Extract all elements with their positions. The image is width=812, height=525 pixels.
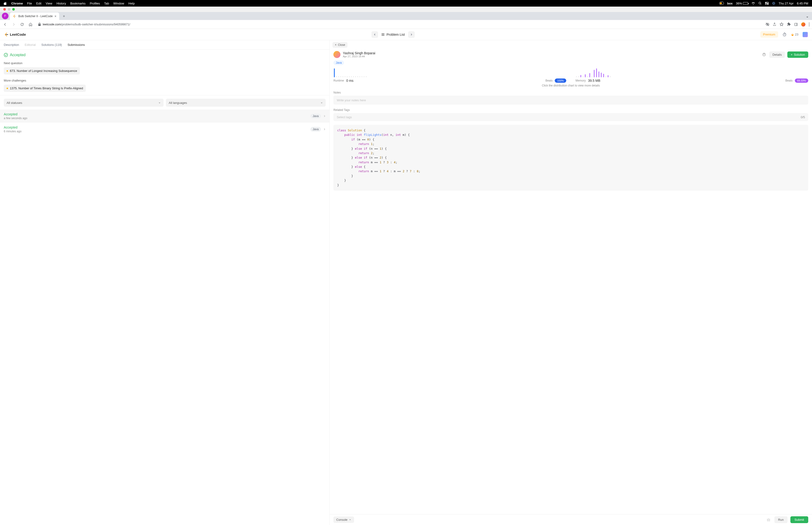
chevron-right-icon — [323, 128, 326, 131]
eye-off-icon[interactable] — [765, 22, 769, 26]
next-question-chip[interactable]: 673. Number of Longest Increasing Subseq… — [4, 67, 80, 75]
difficulty-dot-icon — [6, 70, 8, 72]
difficulty-dot-icon — [6, 88, 8, 89]
next-question-title: 673. Number of Longest Increasing Subseq… — [10, 69, 77, 73]
mac-date[interactable]: Thu 27 Apr — [779, 2, 794, 5]
sidepanel-icon[interactable] — [794, 22, 798, 26]
apple-icon[interactable] — [4, 2, 7, 5]
right-scroll[interactable]: Yashraj Singh Boparai Apr 27, 2023 18:44… — [330, 49, 812, 514]
chart-empty-dot — [583, 76, 583, 77]
mac-menu-window[interactable]: Window — [113, 2, 124, 5]
share-icon[interactable] — [773, 22, 776, 26]
battery-status[interactable]: 36% — [736, 2, 748, 5]
tab-close-icon[interactable]: × — [55, 15, 56, 18]
mac-menu-history[interactable]: History — [56, 2, 66, 5]
user-avatar[interactable] — [333, 51, 340, 58]
streak-indicator[interactable]: 23 — [791, 33, 798, 36]
console-toggle[interactable]: Console — [333, 516, 354, 523]
spotlight-icon[interactable] — [759, 2, 762, 5]
left-scroll[interactable]: Accepted Next question 673. Number of Lo… — [0, 49, 330, 525]
url-box[interactable]: leetcode.com/problems/bulb-switcher-ii/s… — [36, 21, 763, 28]
window-close[interactable] — [3, 8, 6, 11]
menubar-app-icon-1[interactable] — [719, 2, 724, 5]
new-tab-button[interactable]: + — [61, 13, 67, 19]
mac-menu-file[interactable]: File — [27, 2, 32, 5]
mac-time[interactable]: 6:45 PM — [797, 2, 808, 5]
open-external-icon[interactable] — [761, 52, 767, 57]
profile-tab[interactable]: F — [2, 13, 9, 19]
chart-empty-dot — [342, 76, 343, 77]
debug-icon[interactable] — [765, 517, 771, 523]
chart-empty-dot — [345, 76, 346, 77]
submission-list-item[interactable]: Accepted a few seconds ago Java — [0, 109, 330, 123]
mac-menubar-right: box 36% Thu 27 Apr 6:45 PM — [719, 2, 808, 5]
tab-submissions[interactable]: Submissions — [67, 41, 85, 49]
hamburger-icon — [381, 33, 385, 36]
tab-description[interactable]: Description — [4, 41, 19, 49]
siri-icon[interactable] — [772, 2, 775, 5]
menubar-box-icon[interactable]: box — [727, 2, 733, 5]
submit-button[interactable]: Submit — [791, 516, 808, 523]
submission-time: 6 minutes ago — [4, 130, 21, 133]
status-filter-select[interactable]: All statuses — [4, 99, 164, 107]
runtime-label: Runtime — [333, 79, 344, 82]
more-challenge-chip[interactable]: 1375. Number of Times Binary String Is P… — [4, 85, 86, 92]
lock-icon — [38, 23, 41, 26]
submission-time: a few seconds ago — [4, 117, 27, 120]
tab-editorial[interactable]: Editorial — [25, 41, 36, 49]
memory-bars — [576, 68, 808, 77]
mac-menu-tab[interactable]: Tab — [104, 2, 109, 5]
submission-list-item[interactable]: Accepted 6 minutes ago Java — [0, 123, 330, 136]
chart-empty-dot — [578, 76, 579, 77]
browser-window-chrome: F Bulb Switcher II - LeetCode × + leetco… — [0, 6, 812, 29]
premium-button[interactable]: Premium — [760, 31, 778, 38]
nav-home-icon[interactable] — [28, 21, 33, 27]
extensions-icon[interactable] — [787, 22, 791, 26]
mac-menubar: Chrome File Edit View History Bookmarks … — [0, 0, 812, 6]
memory-chart[interactable]: Memory 39.5 MB Beats 69.33% — [576, 68, 808, 82]
details-button[interactable]: Details — [769, 51, 785, 58]
svg-point-7 — [768, 4, 768, 4]
browser-tab-active[interactable]: Bulb Switcher II - LeetCode × — [10, 13, 59, 20]
close-detail-button[interactable]: × Close — [333, 42, 348, 48]
filters-row: All statuses All languages — [0, 95, 330, 109]
code-viewer[interactable]: class Solution { public int flipLights(i… — [333, 125, 808, 191]
language-filter-select[interactable]: All languages — [166, 99, 326, 107]
tags-label: Related Tags — [333, 108, 808, 111]
user-avatar-small[interactable] — [802, 32, 808, 37]
solution-button[interactable]: + Solution — [787, 51, 808, 58]
leetcode-logo[interactable]: LeetCode — [4, 32, 26, 37]
window-maximize[interactable] — [12, 8, 15, 11]
chevron-down-icon — [321, 102, 323, 104]
chart-empty-dot — [366, 76, 367, 77]
next-problem-button[interactable] — [408, 31, 415, 38]
window-minimize[interactable] — [8, 8, 10, 11]
chrome-menu-icon[interactable] — [809, 22, 810, 26]
prev-problem-button[interactable] — [371, 31, 378, 38]
mac-app-name[interactable]: Chrome — [11, 2, 23, 5]
chart-empty-dot — [355, 76, 356, 77]
chart-empty-dot — [359, 76, 360, 77]
timer-icon[interactable] — [782, 32, 787, 37]
mac-menubar-left: Chrome File Edit View History Bookmarks … — [4, 2, 135, 5]
bookmark-star-icon[interactable] — [780, 22, 784, 26]
tags-select[interactable]: Select tags 0/5 — [333, 113, 808, 121]
notes-input[interactable]: Write your notes here — [333, 96, 808, 105]
tab-overflow-icon[interactable] — [806, 16, 809, 18]
wifi-icon[interactable] — [751, 2, 755, 5]
mac-menu-profiles[interactable]: Profiles — [90, 2, 100, 5]
control-center-icon[interactable] — [765, 2, 769, 5]
mac-menu-edit[interactable]: Edit — [36, 2, 41, 5]
nav-reload-icon[interactable] — [19, 21, 25, 27]
runtime-chart[interactable]: Runtime 0 ms Beats 100% — [333, 68, 566, 82]
submission-date: Apr 27, 2023 18:44 — [343, 55, 375, 58]
nav-back-icon[interactable] — [2, 21, 8, 27]
problem-list-button[interactable]: Problem List — [380, 33, 406, 36]
chrome-avatar[interactable] — [801, 22, 806, 27]
chart-empty-dot — [357, 76, 358, 77]
mac-menu-view[interactable]: View — [46, 2, 52, 5]
mac-menu-help[interactable]: Help — [128, 2, 135, 5]
tab-solutions[interactable]: Solutions (119) — [41, 41, 62, 49]
run-button[interactable]: Run — [775, 516, 787, 523]
mac-menu-bookmarks[interactable]: Bookmarks — [70, 2, 86, 5]
